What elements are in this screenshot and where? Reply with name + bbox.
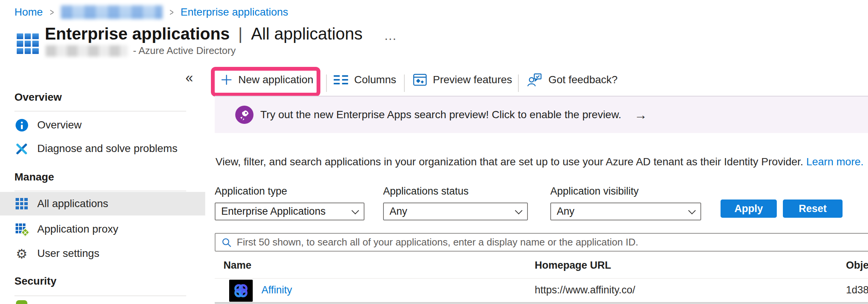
application-visibility-label: Application visibility — [550, 185, 701, 197]
chevron-down-icon — [352, 207, 359, 214]
column-header-name[interactable]: Name — [223, 260, 252, 271]
got-feedback-button[interactable]: Got feedback? — [527, 70, 618, 90]
columns-label: Columns — [354, 74, 396, 86]
sidebar-collapse-icon[interactable]: « — [185, 70, 193, 86]
got-feedback-label: Got feedback? — [548, 74, 618, 86]
sidebar-divider — [14, 111, 186, 111]
banner-text: Try out the new Enterprise Apps search p… — [260, 109, 621, 121]
page-title-separator: | — [238, 24, 242, 43]
page-description: View, filter, and search applications in… — [215, 156, 863, 168]
column-header-homepage-url[interactable]: Homepage URL — [535, 260, 611, 271]
feedback-icon — [527, 73, 542, 87]
sidebar-item-user-settings[interactable]: ⚙ User settings — [0, 242, 205, 264]
toolbar-separator — [404, 74, 405, 92]
breadcrumb-separator: > — [50, 6, 54, 18]
application-type-label: Application type — [215, 185, 364, 197]
preview-features-label: Preview features — [433, 74, 512, 86]
sidebar-item-application-proxy[interactable]: Application proxy — [0, 218, 205, 240]
applications-status-label: Applications status — [383, 185, 528, 197]
column-header-object-id[interactable]: Obje — [846, 260, 868, 271]
command-bar: New application Columns — [215, 65, 868, 95]
new-application-label: New application — [238, 74, 314, 86]
columns-button[interactable]: Columns — [334, 70, 396, 90]
learn-more-link[interactable]: Learn more. — [806, 156, 863, 168]
app-object-id: 1d38 — [846, 284, 868, 296]
application-search-box — [215, 233, 868, 252]
application-proxy-icon — [15, 223, 28, 235]
search-input[interactable] — [237, 234, 868, 251]
columns-icon — [334, 74, 348, 85]
preview-features-button[interactable]: Preview features — [413, 70, 512, 90]
sidebar: « Overview Overview Diagnose and solve p… — [0, 65, 205, 304]
sidebar-item-label: Application proxy — [37, 223, 118, 235]
reset-button[interactable]: Reset — [783, 200, 843, 218]
sidebar-section-manage: Manage — [14, 171, 54, 183]
toolbar-separator — [326, 74, 327, 92]
enterprise-applications-page: Home > > Enterprise applications Enterpr… — [0, 0, 868, 304]
breadcrumb-current-link[interactable]: Enterprise applications — [181, 6, 288, 18]
breadcrumb-separator: > — [169, 6, 174, 18]
apply-button[interactable]: Apply — [721, 200, 777, 218]
subtitle-suffix: - Azure Active Directory — [133, 45, 236, 57]
description-text: View, filter, and search applications in… — [215, 156, 803, 168]
sidebar-item-label: All applications — [37, 198, 108, 210]
application-visibility-dropdown[interactable]: Any — [550, 203, 701, 220]
filter-applications-status: Applications status Any — [383, 185, 528, 220]
sidebar-item-label: Diagnose and solve problems — [37, 142, 177, 155]
breadcrumb: Home > > Enterprise applications — [14, 5, 288, 19]
page-title-primary: Enterprise applications — [45, 24, 230, 43]
arrow-right-icon: → — [634, 108, 647, 122]
sidebar-section-overview: Overview — [14, 91, 62, 103]
main-content: New application Columns — [215, 65, 868, 304]
info-icon — [15, 119, 28, 131]
security-item-icon-partial — [16, 300, 27, 304]
enterprise-apps-grid-icon — [17, 33, 39, 54]
page-title: Enterprise applications | All applicatio… — [45, 24, 363, 43]
redacted-tenant-breadcrumb[interactable] — [61, 5, 163, 19]
sidebar-section-security: Security — [14, 275, 57, 287]
sidebar-item-overview[interactable]: Overview — [0, 114, 205, 136]
breadcrumb-home-link[interactable]: Home — [14, 6, 43, 18]
preview-banner[interactable]: Try out the new Enterprise Apps search p… — [215, 96, 868, 133]
applications-status-dropdown[interactable]: Any — [383, 203, 528, 220]
new-application-button[interactable]: New application — [221, 70, 314, 90]
application-type-dropdown[interactable]: Enterprise Applications — [215, 203, 364, 220]
chevron-down-icon — [515, 207, 523, 214]
horizontal-scrollbar[interactable] — [215, 302, 868, 304]
toolbar-separator — [518, 74, 519, 92]
app-name-link[interactable]: Affinity — [261, 284, 292, 296]
sidebar-divider — [14, 191, 186, 191]
plus-icon — [221, 74, 232, 86]
table-header-divider — [215, 278, 868, 279]
chevron-down-icon — [688, 207, 696, 214]
filter-application-visibility: Application visibility Any — [550, 185, 701, 220]
tools-icon — [15, 142, 28, 155]
application-type-value: Enterprise Applications — [221, 206, 326, 217]
rocket-icon — [235, 106, 253, 124]
page-subtitle: - Azure Active Directory — [46, 45, 236, 57]
sidebar-item-label: Overview — [37, 119, 82, 131]
page-title-secondary: All applications — [251, 24, 363, 43]
gear-icon: ⚙ — [15, 247, 28, 260]
filter-application-type: Application type Enterprise Applications — [215, 185, 364, 220]
preview-features-icon — [413, 74, 427, 86]
app-homepage-url: https://www.affinity.co/ — [535, 284, 635, 296]
application-visibility-value: Any — [557, 206, 575, 217]
sidebar-item-label: User settings — [37, 247, 99, 260]
more-actions-ellipsis-icon[interactable]: … — [384, 28, 398, 43]
sidebar-item-all-applications[interactable]: All applications — [0, 192, 205, 215]
sidebar-item-diagnose[interactable]: Diagnose and solve problems — [0, 138, 205, 160]
applications-status-value: Any — [390, 206, 407, 217]
redacted-tenant-subtitle — [46, 45, 128, 57]
search-icon — [221, 237, 232, 248]
grid-icon — [15, 198, 28, 210]
sidebar-divider — [14, 296, 186, 296]
affinity-app-logo[interactable] — [229, 280, 253, 302]
